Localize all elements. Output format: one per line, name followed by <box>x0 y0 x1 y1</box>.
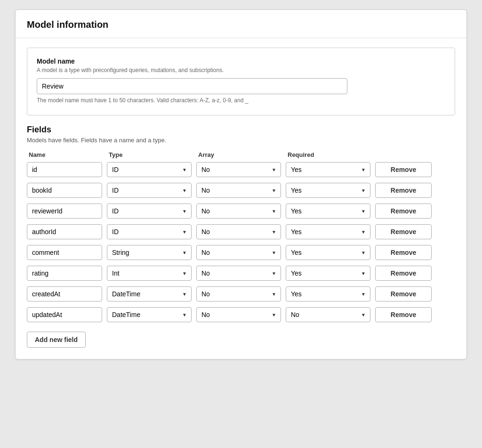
type-select-wrapper-2: IDStringIntFloatBooleanAWSDateAWSTimeAWS… <box>107 204 192 219</box>
type-select-5[interactable]: IDStringIntFloatBooleanAWSDateAWSTimeAWS… <box>107 266 192 281</box>
remove-button-2[interactable]: Remove <box>375 204 432 219</box>
remove-button-5[interactable]: Remove <box>375 266 432 281</box>
array-select-wrapper-4: NoYes <box>196 245 281 260</box>
required-select-wrapper-2: YesNo <box>286 204 370 219</box>
table-row: IDStringIntFloatBooleanAWSDateAWSTimeAWS… <box>27 307 455 322</box>
array-select-1[interactable]: NoYes <box>196 183 281 198</box>
fields-title: Fields <box>27 125 455 135</box>
table-row: IDStringIntFloatBooleanAWSDateAWSTimeAWS… <box>27 183 455 198</box>
table-row: IDStringIntFloatBooleanAWSDateAWSTimeAWS… <box>27 224 455 239</box>
field-name-input-0[interactable] <box>27 162 102 177</box>
array-select-0[interactable]: NoYes <box>196 162 281 177</box>
model-name-input[interactable] <box>37 78 347 94</box>
type-select-1[interactable]: IDStringIntFloatBooleanAWSDateAWSTimeAWS… <box>107 183 192 198</box>
required-select-3[interactable]: YesNo <box>286 224 370 239</box>
array-select-5[interactable]: NoYes <box>196 266 281 281</box>
array-select-3[interactable]: NoYes <box>196 224 281 239</box>
field-name-input-5[interactable] <box>27 266 102 281</box>
array-select-wrapper-2: NoYes <box>196 204 281 219</box>
table-row: IDStringIntFloatBooleanAWSDateAWSTimeAWS… <box>27 266 455 281</box>
remove-button-1[interactable]: Remove <box>375 183 432 198</box>
model-name-validation: The model name must have 1 to 50 charact… <box>37 97 445 104</box>
type-select-6[interactable]: IDStringIntFloatBooleanAWSDateAWSTimeAWS… <box>107 286 192 301</box>
col-header-array: Array <box>198 151 283 158</box>
type-select-2[interactable]: IDStringIntFloatBooleanAWSDateAWSTimeAWS… <box>107 204 192 219</box>
type-select-wrapper-6: IDStringIntFloatBooleanAWSDateAWSTimeAWS… <box>107 286 192 301</box>
type-select-wrapper-1: IDStringIntFloatBooleanAWSDateAWSTimeAWS… <box>107 183 192 198</box>
fields-hint: Models have fields. Fields have a name a… <box>27 137 455 144</box>
required-select-7[interactable]: YesNo <box>286 307 370 322</box>
array-select-7[interactable]: NoYes <box>196 307 281 322</box>
required-select-wrapper-0: YesNo <box>286 162 370 177</box>
fields-section: Fields Models have fields. Fields have a… <box>27 125 455 348</box>
field-name-input-7[interactable] <box>27 307 102 322</box>
required-select-wrapper-1: YesNo <box>286 183 370 198</box>
array-select-wrapper-1: NoYes <box>196 183 281 198</box>
fields-table-header: Name Type Array Required <box>27 151 455 158</box>
type-select-wrapper-7: IDStringIntFloatBooleanAWSDateAWSTimeAWS… <box>107 307 192 322</box>
type-select-wrapper-0: IDStringIntFloatBooleanAWSDateAWSTimeAWS… <box>107 162 192 177</box>
array-select-wrapper-3: NoYes <box>196 224 281 239</box>
type-select-wrapper-5: IDStringIntFloatBooleanAWSDateAWSTimeAWS… <box>107 266 192 281</box>
table-row: IDStringIntFloatBooleanAWSDateAWSTimeAWS… <box>27 245 455 260</box>
array-select-wrapper-0: NoYes <box>196 162 281 177</box>
required-select-wrapper-7: YesNo <box>286 307 370 322</box>
table-row: IDStringIntFloatBooleanAWSDateAWSTimeAWS… <box>27 204 455 219</box>
array-select-6[interactable]: NoYes <box>196 286 281 301</box>
page-title: Model information <box>27 19 455 30</box>
type-select-wrapper-3: IDStringIntFloatBooleanAWSDateAWSTimeAWS… <box>107 224 192 239</box>
remove-button-0[interactable]: Remove <box>375 162 432 177</box>
add-new-field-button[interactable]: Add new field <box>27 332 86 348</box>
col-header-required: Required <box>288 151 372 158</box>
type-select-wrapper-4: IDStringIntFloatBooleanAWSDateAWSTimeAWS… <box>107 245 192 260</box>
required-select-4[interactable]: YesNo <box>286 245 370 260</box>
required-select-1[interactable]: YesNo <box>286 183 370 198</box>
remove-button-6[interactable]: Remove <box>375 286 432 301</box>
array-select-4[interactable]: NoYes <box>196 245 281 260</box>
field-rows-container: IDStringIntFloatBooleanAWSDateAWSTimeAWS… <box>27 162 455 322</box>
field-name-input-1[interactable] <box>27 183 102 198</box>
required-select-2[interactable]: YesNo <box>286 204 370 219</box>
table-row: IDStringIntFloatBooleanAWSDateAWSTimeAWS… <box>27 162 455 177</box>
col-header-type: Type <box>109 151 193 158</box>
card-header: Model information <box>16 10 466 38</box>
model-name-label: Model name <box>37 57 445 65</box>
col-header-actions <box>377 151 434 158</box>
required-select-wrapper-6: YesNo <box>286 286 370 301</box>
field-name-input-2[interactable] <box>27 204 102 219</box>
required-select-0[interactable]: YesNo <box>286 162 370 177</box>
required-select-5[interactable]: YesNo <box>286 266 370 281</box>
field-name-input-6[interactable] <box>27 286 102 301</box>
type-select-3[interactable]: IDStringIntFloatBooleanAWSDateAWSTimeAWS… <box>107 224 192 239</box>
table-row: IDStringIntFloatBooleanAWSDateAWSTimeAWS… <box>27 286 455 301</box>
array-select-wrapper-5: NoYes <box>196 266 281 281</box>
array-select-wrapper-6: NoYes <box>196 286 281 301</box>
array-select-2[interactable]: NoYes <box>196 204 281 219</box>
type-select-0[interactable]: IDStringIntFloatBooleanAWSDateAWSTimeAWS… <box>107 162 192 177</box>
model-name-hint: A model is a type with preconfigured que… <box>37 67 445 73</box>
remove-button-3[interactable]: Remove <box>375 224 432 239</box>
type-select-7[interactable]: IDStringIntFloatBooleanAWSDateAWSTimeAWS… <box>107 307 192 322</box>
field-name-input-4[interactable] <box>27 245 102 260</box>
required-select-wrapper-3: YesNo <box>286 224 370 239</box>
model-name-section: Model name A model is a type with precon… <box>27 48 455 115</box>
card-body: Model name A model is a type with precon… <box>16 38 466 359</box>
array-select-wrapper-7: NoYes <box>196 307 281 322</box>
col-header-name: Name <box>29 151 104 158</box>
remove-button-4[interactable]: Remove <box>375 245 432 260</box>
type-select-4[interactable]: IDStringIntFloatBooleanAWSDateAWSTimeAWS… <box>107 245 192 260</box>
model-information-card: Model information Model name A model is … <box>15 9 467 359</box>
required-select-6[interactable]: YesNo <box>286 286 370 301</box>
required-select-wrapper-5: YesNo <box>286 266 370 281</box>
field-name-input-3[interactable] <box>27 224 102 239</box>
remove-button-7[interactable]: Remove <box>375 307 432 322</box>
required-select-wrapper-4: YesNo <box>286 245 370 260</box>
